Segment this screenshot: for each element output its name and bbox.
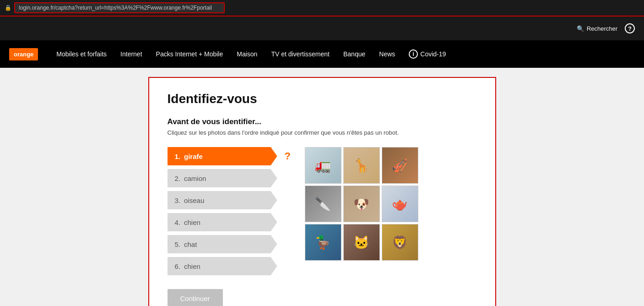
captcha-subtitle: Avant de vous identifier...	[168, 117, 477, 126]
question-mark: ?	[285, 150, 291, 162]
orange-logo[interactable]: orange	[9, 48, 38, 60]
image-cell-truck[interactable]: 🚛	[305, 147, 341, 184]
search-label[interactable]: Rechercher	[587, 25, 617, 32]
word-num-3: 3.	[175, 197, 181, 204]
nav-banque[interactable]: Banque	[343, 50, 365, 58]
continue-button[interactable]: Continuer	[168, 289, 223, 306]
lion-image: 🦁	[382, 224, 418, 260]
cat-image: 🐱	[344, 224, 379, 260]
captcha-content: 1. girafe ? 2. camion 3. oiseau	[168, 147, 477, 275]
word-item-6[interactable]: 6. chien	[168, 257, 296, 275]
violin-image: 🎻	[382, 148, 418, 183]
page-body: Identifiez-vous Avant de vous identifier…	[0, 68, 644, 306]
giraffe-image: 🦒	[344, 148, 379, 183]
duck-image: 🦆	[305, 224, 341, 260]
word-num-6: 6.	[175, 262, 181, 270]
search-icon: 🔍	[577, 25, 584, 32]
image-cell-giraffe[interactable]: 🦒	[343, 147, 380, 184]
nav-internet[interactable]: Internet	[120, 50, 142, 58]
word-num-4: 4.	[175, 219, 181, 226]
captcha-instruction: Cliquez sur les photos dans l'ordre indi…	[168, 129, 477, 136]
image-cell-violin[interactable]: 🎻	[382, 147, 418, 184]
image-cell-dog[interactable]: 🐶	[343, 186, 380, 222]
dog-image: 🐶	[344, 186, 379, 222]
word-text-3: oiseau	[184, 197, 204, 204]
truck-image: 🚛	[305, 148, 341, 183]
captcha-box: Identifiez-vous Avant de vous identifier…	[148, 77, 496, 306]
image-cell-cat[interactable]: 🐱	[343, 224, 380, 261]
word-item-1[interactable]: 1. girafe ?	[168, 147, 296, 165]
main-nav: orange Mobiles et forfaits Internet Pack…	[0, 40, 644, 68]
word-num-2: 2.	[175, 175, 181, 182]
word-label-chat[interactable]: 5. chat	[168, 235, 277, 253]
word-label-chien2[interactable]: 6. chien	[168, 257, 277, 275]
nav-covid-label[interactable]: Covid-19	[420, 50, 446, 58]
word-text-5: chat	[184, 240, 197, 248]
word-num-1: 1.	[175, 153, 181, 160]
image-cell-lion[interactable]: 🦁	[382, 224, 418, 261]
word-label-chien1[interactable]: 4. chien	[168, 213, 277, 231]
word-item-3[interactable]: 3. oiseau	[168, 191, 296, 209]
word-item-2[interactable]: 2. camion	[168, 169, 296, 187]
word-item-5[interactable]: 5. chat	[168, 235, 296, 253]
word-label-oiseau[interactable]: 3. oiseau	[168, 191, 277, 209]
nav-packs[interactable]: Packs Internet + Mobile	[156, 50, 223, 58]
word-text-1: girafe	[184, 153, 203, 160]
teapot-image: 🫖	[382, 186, 418, 222]
image-cell-duck[interactable]: 🦆	[305, 224, 341, 261]
word-list: 1. girafe ? 2. camion 3. oiseau	[168, 147, 296, 275]
knife-image: 🔪	[305, 186, 341, 222]
nav-tv[interactable]: TV et divertissement	[271, 50, 330, 58]
word-text-4: chien	[184, 219, 200, 226]
info-icon: i	[409, 49, 418, 59]
image-cell-knife[interactable]: 🔪	[305, 186, 341, 222]
nav-mobiles[interactable]: Mobiles et forfaits	[56, 50, 107, 58]
help-button[interactable]: ?	[625, 23, 635, 33]
word-item-4[interactable]: 4. chien	[168, 213, 296, 231]
nav-maison[interactable]: Maison	[237, 50, 257, 58]
word-text-6: chien	[184, 262, 200, 270]
image-cell-teapot[interactable]: 🫖	[382, 186, 418, 222]
search-area[interactable]: 🔍 Rechercher	[577, 25, 617, 32]
image-grid: 🚛 🦒 🎻 🔪 🐶 🫖 🦆	[305, 147, 418, 261]
word-num-5: 5.	[175, 240, 181, 248]
nav-news[interactable]: News	[379, 50, 395, 58]
lock-icon: 🔒	[5, 5, 11, 11]
nav-covid[interactable]: i Covid-19	[409, 49, 446, 59]
address-bar: 🔒	[0, 0, 644, 16]
captcha-title: Identifiez-vous	[168, 92, 477, 106]
word-label-camion[interactable]: 2. camion	[168, 169, 277, 187]
top-nav: 🔍 Rechercher ?	[0, 16, 644, 40]
url-input[interactable]	[14, 2, 225, 13]
word-label-girafe[interactable]: 1. girafe	[168, 147, 277, 165]
word-text-2: camion	[184, 175, 206, 182]
